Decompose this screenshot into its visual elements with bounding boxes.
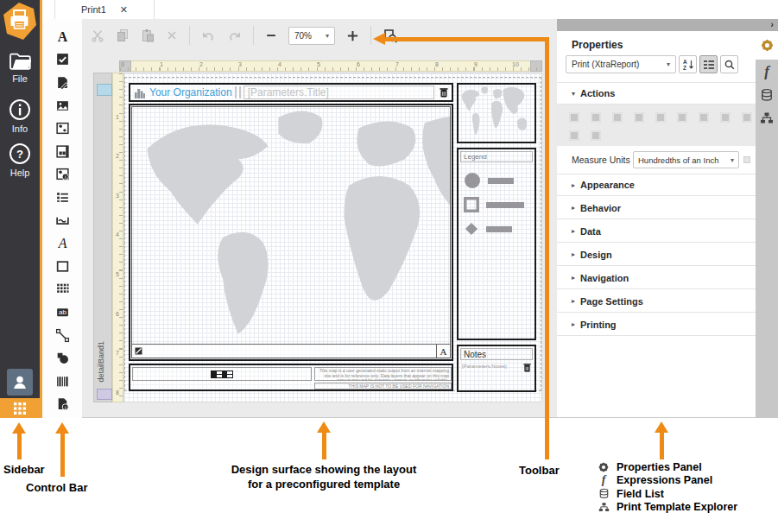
sidebar: File Info ? Help xyxy=(0,0,40,418)
map-footer-element[interactable]: This map is a user generated static outp… xyxy=(129,364,453,391)
redo-button[interactable] xyxy=(227,29,242,42)
map-element[interactable]: A xyxy=(129,104,453,361)
action-icon[interactable] xyxy=(720,112,731,123)
apps-grid-button[interactable] xyxy=(0,398,40,418)
chevron-expanded-icon: ▾ xyxy=(572,90,575,98)
control-panel[interactable] xyxy=(42,140,82,163)
chevron-collapsed-icon: ▸ xyxy=(572,274,575,282)
action-icon[interactable] xyxy=(591,112,601,123)
category-view-icon xyxy=(703,59,715,71)
section-page-settings[interactable]: ▸ Page Settings xyxy=(557,290,756,313)
measure-units-dropdown[interactable]: Hundredths of an Inch ▾ xyxy=(633,151,739,168)
tab-close-icon[interactable]: ✕ xyxy=(120,4,128,16)
zoom-level-value: 70% xyxy=(294,31,312,41)
sidebar-item-info[interactable]: Info xyxy=(0,98,40,134)
control-page-info[interactable]: i xyxy=(42,393,82,416)
action-icon[interactable] xyxy=(569,130,579,141)
action-icon[interactable] xyxy=(634,112,644,123)
action-icon[interactable] xyxy=(612,112,623,123)
delete-button[interactable] xyxy=(166,29,178,41)
action-icon[interactable] xyxy=(569,112,579,123)
section-label: Appearance xyxy=(580,180,635,190)
paste-button[interactable] xyxy=(141,28,155,42)
section-label: Data xyxy=(580,226,601,237)
svg-text:ab: ab xyxy=(59,308,66,316)
band-handle-bottom[interactable] xyxy=(97,389,112,400)
tab-print1[interactable]: Print1 ✕ xyxy=(54,0,155,19)
info-icon xyxy=(9,98,31,121)
band-handle-top[interactable] xyxy=(97,84,112,96)
control-label[interactable]: A xyxy=(42,25,82,48)
action-icon[interactable] xyxy=(742,112,752,123)
control-line[interactable] xyxy=(42,324,82,347)
measure-units-row: Measure Units Hundredths of an Inch ▾ xyxy=(557,146,756,174)
action-icon[interactable] xyxy=(655,112,666,123)
sidebar-item-file[interactable]: File xyxy=(0,52,40,84)
ruler-number: 5 xyxy=(317,61,320,67)
control-map-info[interactable]: i xyxy=(42,163,82,187)
notes-element[interactable]: Notes [Parameters.Notes] xyxy=(457,345,536,392)
search-button[interactable] xyxy=(720,55,738,73)
report-selector-dropdown[interactable]: Print (XtraReport) ▾ xyxy=(566,55,676,73)
collapse-panel-icon[interactable]: › xyxy=(770,19,774,29)
action-icon[interactable] xyxy=(591,130,601,141)
control-gauge[interactable]: A xyxy=(42,231,82,255)
sidebar-item-help[interactable]: ? Help xyxy=(0,142,40,178)
tab-properties-panel[interactable] xyxy=(756,31,778,60)
zoom-level-dropdown[interactable]: 70% ▾ xyxy=(288,27,335,45)
control-check-box[interactable] xyxy=(42,48,82,72)
section-behavior[interactable]: ▸ Behavior xyxy=(557,197,756,219)
user-avatar[interactable] xyxy=(7,369,33,396)
zoom-out-button[interactable] xyxy=(265,29,277,41)
control-page-break[interactable] xyxy=(42,209,82,232)
category-view-button[interactable] xyxy=(699,55,718,73)
overview-map-element[interactable] xyxy=(457,83,536,143)
trash-icon xyxy=(523,363,531,372)
section-printing[interactable]: ▸ Printing xyxy=(557,314,756,336)
sidebar-item-info-label: Info xyxy=(12,124,28,134)
ruler-number: 0 xyxy=(121,61,124,67)
org-logo-icon xyxy=(134,86,146,99)
sidebar-annotation-arrow xyxy=(12,422,26,459)
trash-icon xyxy=(440,87,448,98)
report-selector-value: Print (XtraReport) xyxy=(572,60,639,69)
ruler-number: 1 xyxy=(116,114,119,120)
control-text-box[interactable]: ab xyxy=(42,301,82,324)
tab-print-template-explorer[interactable] xyxy=(756,106,778,130)
legend-element[interactable]: Legend xyxy=(457,148,536,340)
measure-units-checkbox[interactable] xyxy=(743,156,750,163)
section-design[interactable]: ▸ Design xyxy=(557,244,756,266)
control-table[interactable] xyxy=(42,278,82,301)
action-icon[interactable] xyxy=(677,112,687,123)
zoom-in-button[interactable] xyxy=(346,29,359,42)
band-strip[interactable]: detailBand1 xyxy=(93,73,112,402)
control-item-list[interactable] xyxy=(42,186,82,209)
section-data[interactable]: ▸ Data xyxy=(557,220,756,243)
design-surface[interactable]: Your Organization [Parameters.Title] xyxy=(123,73,542,402)
page-info-icon: i xyxy=(55,396,70,411)
control-chart-shape[interactable] xyxy=(42,346,82,370)
control-map[interactable] xyxy=(42,117,82,140)
control-shape[interactable] xyxy=(42,255,82,278)
copy-button[interactable] xyxy=(116,28,130,42)
svg-text:?: ? xyxy=(16,148,23,161)
cut-button[interactable] xyxy=(91,28,104,42)
title-parameter-box[interactable]: [Parameters.Title] xyxy=(244,86,434,99)
section-navigation[interactable]: ▸ Navigation xyxy=(557,267,756,289)
tab-expressions-panel[interactable]: f xyxy=(756,60,778,83)
sidebar-item-help-label: Help xyxy=(10,168,30,178)
sort-az-button[interactable]: A Z xyxy=(679,55,697,73)
map-info-icon: i xyxy=(55,167,70,181)
ruler-number: 9 xyxy=(474,61,478,67)
control-rich-text[interactable] xyxy=(42,71,82,94)
action-icon[interactable] xyxy=(699,112,709,123)
tab-field-list[interactable] xyxy=(756,83,778,106)
section-actions[interactable]: ▾ Actions xyxy=(557,82,756,104)
undo-button[interactable] xyxy=(201,29,216,42)
ruler-number: 1 xyxy=(160,61,163,67)
report-header-element[interactable]: Your Organization [Parameters.Title] xyxy=(129,83,453,102)
control-picture-box[interactable] xyxy=(42,94,82,117)
control-barcode[interactable] xyxy=(42,370,82,393)
actions-grid xyxy=(557,104,756,146)
section-appearance[interactable]: ▸ Appearance xyxy=(557,174,756,196)
